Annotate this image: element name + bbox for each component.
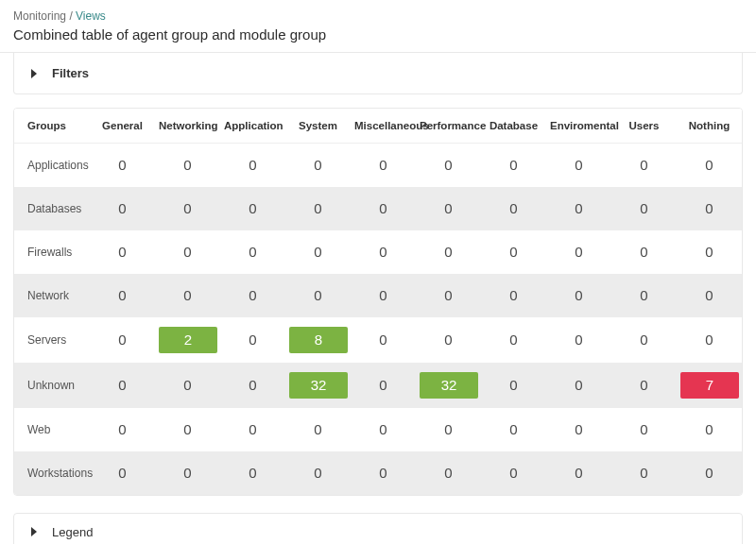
status-badge[interactable]: 32 bbox=[420, 372, 478, 399]
cell: 0 bbox=[677, 451, 742, 495]
cell: 0 bbox=[351, 451, 416, 495]
col-header: Application bbox=[220, 109, 285, 144]
cell: 0 bbox=[481, 274, 546, 317]
cell: 0 bbox=[611, 408, 677, 451]
cell: 0 bbox=[351, 230, 416, 274]
cell: 0 bbox=[155, 274, 220, 317]
cell: 0 bbox=[155, 451, 220, 495]
cell: 0 bbox=[481, 451, 546, 495]
filters-toggle[interactable]: Filters bbox=[14, 53, 742, 94]
legend-label: Legend bbox=[52, 525, 93, 539]
cell: 0 bbox=[481, 363, 546, 408]
col-header: Nothing bbox=[677, 109, 742, 144]
cell: 0 bbox=[611, 274, 677, 317]
cell: 0 bbox=[220, 363, 285, 408]
cell: 0 bbox=[677, 274, 742, 317]
cell: 0 bbox=[611, 317, 677, 363]
cell: 0 bbox=[416, 317, 481, 363]
table-row: Applications0000000000 bbox=[14, 144, 742, 187]
cell: 0 bbox=[90, 230, 155, 274]
cell: 0 bbox=[220, 187, 285, 230]
status-badge[interactable]: 7 bbox=[680, 372, 739, 399]
table-header-row: Groups General Networking Application Sy… bbox=[14, 109, 742, 144]
legend-panel: Legend bbox=[13, 513, 743, 545]
filters-panel: Filters bbox=[13, 53, 743, 94]
row-label: Servers bbox=[14, 317, 90, 363]
cell: 0 bbox=[546, 187, 611, 230]
cell: 0 bbox=[546, 317, 611, 363]
cell: 0 bbox=[481, 187, 546, 230]
cell: 0 bbox=[285, 187, 351, 230]
col-header: General bbox=[90, 109, 155, 144]
cell: 0 bbox=[285, 408, 351, 451]
cell: 0 bbox=[220, 144, 285, 187]
cell: 0 bbox=[416, 451, 481, 495]
row-label: Databases bbox=[14, 187, 90, 230]
cell: 0 bbox=[546, 451, 611, 495]
status-badge[interactable]: 2 bbox=[159, 327, 217, 353]
row-label: Unknown bbox=[14, 363, 90, 408]
row-label: Applications bbox=[14, 144, 90, 187]
cell: 0 bbox=[481, 144, 546, 187]
col-header: Enviromental bbox=[546, 109, 611, 144]
cell: 0 bbox=[220, 408, 285, 451]
cell: 0 bbox=[155, 144, 220, 187]
table-row: Unknown000320320007 bbox=[14, 363, 742, 408]
table-row: Servers0208000000 bbox=[14, 317, 742, 363]
cell: 0 bbox=[90, 363, 155, 408]
filters-label: Filters bbox=[52, 66, 89, 80]
col-header: Networking bbox=[155, 109, 220, 144]
cell: 0 bbox=[546, 363, 611, 408]
cell: 0 bbox=[546, 274, 611, 317]
cell: 0 bbox=[90, 144, 155, 187]
cell: 0 bbox=[155, 187, 220, 230]
cell: 0 bbox=[416, 274, 481, 317]
cell: 0 bbox=[677, 230, 742, 274]
cell: 0 bbox=[351, 317, 416, 363]
cell: 0 bbox=[546, 230, 611, 274]
cell: 0 bbox=[611, 230, 677, 274]
cell: 0 bbox=[481, 230, 546, 274]
table-row: Web0000000000 bbox=[14, 408, 742, 451]
cell: 0 bbox=[285, 144, 351, 187]
cell: 0 bbox=[416, 408, 481, 451]
cell: 0 bbox=[546, 408, 611, 451]
cell: 0 bbox=[677, 144, 742, 187]
row-label: Network bbox=[14, 274, 90, 317]
cell: 0 bbox=[285, 451, 351, 495]
cell[interactable]: 32 bbox=[285, 363, 351, 408]
cell: 0 bbox=[220, 274, 285, 317]
cell: 0 bbox=[546, 144, 611, 187]
table-row: Databases0000000000 bbox=[14, 187, 742, 230]
cell: 0 bbox=[351, 274, 416, 317]
cell: 0 bbox=[416, 230, 481, 274]
cell: 0 bbox=[611, 187, 677, 230]
cell[interactable]: 7 bbox=[677, 363, 742, 408]
cell: 0 bbox=[90, 317, 155, 363]
cell: 0 bbox=[677, 187, 742, 230]
cell: 0 bbox=[351, 408, 416, 451]
cell[interactable]: 8 bbox=[285, 317, 351, 363]
table-row: Network0000000000 bbox=[14, 274, 742, 317]
cell[interactable]: 2 bbox=[155, 317, 220, 363]
row-label: Web bbox=[14, 408, 90, 451]
cell: 0 bbox=[351, 144, 416, 187]
cell: 0 bbox=[90, 274, 155, 317]
status-badge[interactable]: 32 bbox=[289, 372, 348, 399]
legend-toggle[interactable]: Legend bbox=[14, 514, 742, 545]
cell: 0 bbox=[220, 230, 285, 274]
cell: 0 bbox=[611, 144, 677, 187]
cell: 0 bbox=[481, 408, 546, 451]
cell[interactable]: 32 bbox=[416, 363, 481, 408]
col-header: Miscellaneous bbox=[351, 109, 416, 144]
breadcrumb-current[interactable]: Views bbox=[76, 9, 106, 23]
cell: 0 bbox=[90, 408, 155, 451]
cell: 0 bbox=[220, 451, 285, 495]
cell: 0 bbox=[611, 451, 677, 495]
col-header: Performance bbox=[416, 109, 481, 144]
cell: 0 bbox=[155, 230, 220, 274]
cell: 0 bbox=[351, 363, 416, 408]
status-badge[interactable]: 8 bbox=[289, 327, 348, 353]
data-table: Groups General Networking Application Sy… bbox=[13, 108, 743, 496]
cell: 0 bbox=[90, 187, 155, 230]
